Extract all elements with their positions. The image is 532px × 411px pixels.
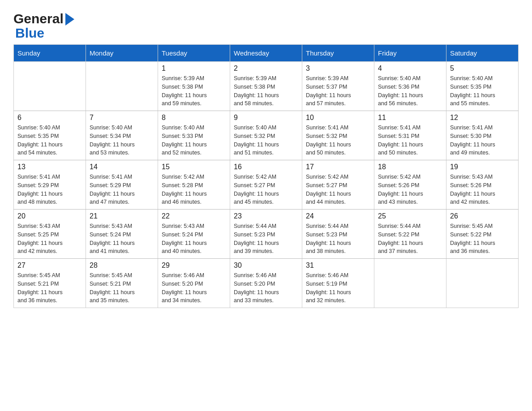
calendar-cell bbox=[374, 259, 446, 308]
day-number: 21 bbox=[90, 212, 154, 220]
weekday-header-wednesday: Wednesday bbox=[230, 45, 302, 62]
weekday-header-saturday: Saturday bbox=[446, 45, 519, 62]
calendar-cell: 29Sunrise: 5:46 AMSunset: 5:20 PMDayligh… bbox=[158, 259, 230, 308]
day-number: 4 bbox=[378, 64, 442, 73]
day-info: Sunrise: 5:41 AMSunset: 5:31 PMDaylight:… bbox=[378, 124, 442, 157]
calendar-cell: 18Sunrise: 5:42 AMSunset: 5:26 PMDayligh… bbox=[374, 160, 446, 210]
day-number: 17 bbox=[306, 163, 370, 171]
calendar-cell bbox=[86, 62, 158, 111]
day-number: 15 bbox=[162, 163, 226, 171]
day-number: 14 bbox=[90, 163, 154, 171]
weekday-header-sunday: Sunday bbox=[14, 45, 86, 62]
day-info: Sunrise: 5:45 AMSunset: 5:21 PMDaylight:… bbox=[90, 271, 154, 305]
calendar-cell: 16Sunrise: 5:42 AMSunset: 5:27 PMDayligh… bbox=[230, 160, 302, 210]
calendar-cell: 19Sunrise: 5:43 AMSunset: 5:26 PMDayligh… bbox=[446, 160, 519, 210]
day-number: 29 bbox=[162, 261, 226, 270]
day-info: Sunrise: 5:42 AMSunset: 5:27 PMDaylight:… bbox=[234, 173, 298, 206]
calendar-week-4: 20Sunrise: 5:43 AMSunset: 5:25 PMDayligh… bbox=[14, 210, 519, 259]
day-info: Sunrise: 5:44 AMSunset: 5:22 PMDaylight:… bbox=[378, 222, 442, 256]
calendar-week-1: 1Sunrise: 5:39 AMSunset: 5:38 PMDaylight… bbox=[14, 62, 519, 111]
logo-blue-row: Blue bbox=[13, 26, 44, 41]
calendar-cell: 9Sunrise: 5:40 AMSunset: 5:32 PMDaylight… bbox=[230, 111, 302, 160]
calendar-cell: 12Sunrise: 5:41 AMSunset: 5:30 PMDayligh… bbox=[446, 111, 519, 160]
weekday-header-tuesday: Tuesday bbox=[158, 45, 230, 62]
day-number: 7 bbox=[90, 114, 154, 122]
calendar-cell: 13Sunrise: 5:41 AMSunset: 5:29 PMDayligh… bbox=[14, 160, 86, 210]
calendar-cell: 20Sunrise: 5:43 AMSunset: 5:25 PMDayligh… bbox=[14, 210, 86, 259]
day-info: Sunrise: 5:42 AMSunset: 5:27 PMDaylight:… bbox=[306, 173, 370, 206]
calendar-week-3: 13Sunrise: 5:41 AMSunset: 5:29 PMDayligh… bbox=[14, 160, 519, 210]
calendar-cell: 2Sunrise: 5:39 AMSunset: 5:38 PMDaylight… bbox=[230, 62, 302, 111]
header-row: SundayMondayTuesdayWednesdayThursdayFrid… bbox=[14, 45, 519, 62]
calendar-cell bbox=[446, 259, 519, 308]
day-number: 10 bbox=[306, 114, 370, 122]
day-info: Sunrise: 5:43 AMSunset: 5:24 PMDaylight:… bbox=[90, 222, 154, 256]
calendar-cell bbox=[14, 62, 86, 111]
day-number: 2 bbox=[234, 64, 298, 73]
day-info: Sunrise: 5:45 AMSunset: 5:21 PMDaylight:… bbox=[17, 271, 82, 305]
calendar-week-5: 27Sunrise: 5:45 AMSunset: 5:21 PMDayligh… bbox=[14, 259, 519, 308]
day-number: 3 bbox=[306, 64, 370, 73]
day-number: 18 bbox=[378, 163, 442, 171]
day-info: Sunrise: 5:39 AMSunset: 5:38 PMDaylight:… bbox=[162, 74, 226, 108]
day-number: 20 bbox=[17, 212, 82, 220]
logo-general-text: General bbox=[13, 11, 64, 26]
weekday-header-thursday: Thursday bbox=[302, 45, 374, 62]
day-number: 11 bbox=[378, 114, 442, 122]
calendar-cell: 8Sunrise: 5:40 AMSunset: 5:33 PMDaylight… bbox=[158, 111, 230, 160]
day-number: 28 bbox=[90, 261, 154, 270]
day-info: Sunrise: 5:46 AMSunset: 5:19 PMDaylight:… bbox=[306, 271, 370, 305]
day-number: 27 bbox=[17, 261, 82, 270]
day-number: 8 bbox=[162, 114, 226, 122]
weekday-header-monday: Monday bbox=[86, 45, 158, 62]
weekday-header-friday: Friday bbox=[374, 45, 446, 62]
calendar-header: SundayMondayTuesdayWednesdayThursdayFrid… bbox=[14, 45, 519, 62]
header: General Blue bbox=[13, 9, 519, 41]
logo-blue-text: Blue bbox=[15, 26, 44, 40]
day-number: 23 bbox=[234, 212, 298, 220]
day-number: 25 bbox=[378, 212, 442, 220]
day-number: 26 bbox=[450, 212, 515, 220]
day-info: Sunrise: 5:43 AMSunset: 5:26 PMDaylight:… bbox=[450, 173, 515, 206]
calendar-table: SundayMondayTuesdayWednesdayThursdayFrid… bbox=[13, 44, 519, 308]
calendar-cell: 22Sunrise: 5:43 AMSunset: 5:24 PMDayligh… bbox=[158, 210, 230, 259]
day-info: Sunrise: 5:41 AMSunset: 5:29 PMDaylight:… bbox=[90, 173, 154, 206]
calendar-cell: 30Sunrise: 5:46 AMSunset: 5:20 PMDayligh… bbox=[230, 259, 302, 308]
day-number: 30 bbox=[234, 261, 298, 270]
day-number: 1 bbox=[162, 64, 226, 73]
day-info: Sunrise: 5:40 AMSunset: 5:35 PMDaylight:… bbox=[17, 124, 82, 157]
calendar-cell: 1Sunrise: 5:39 AMSunset: 5:38 PMDaylight… bbox=[158, 62, 230, 111]
logo: General Blue bbox=[13, 11, 74, 41]
day-info: Sunrise: 5:40 AMSunset: 5:33 PMDaylight:… bbox=[162, 124, 226, 157]
day-number: 31 bbox=[306, 261, 370, 270]
calendar-cell: 5Sunrise: 5:40 AMSunset: 5:35 PMDaylight… bbox=[446, 62, 519, 111]
calendar-cell: 4Sunrise: 5:40 AMSunset: 5:36 PMDaylight… bbox=[374, 62, 446, 111]
calendar-week-2: 6Sunrise: 5:40 AMSunset: 5:35 PMDaylight… bbox=[14, 111, 519, 160]
calendar-cell: 14Sunrise: 5:41 AMSunset: 5:29 PMDayligh… bbox=[86, 160, 158, 210]
day-info: Sunrise: 5:42 AMSunset: 5:28 PMDaylight:… bbox=[162, 173, 226, 206]
day-number: 9 bbox=[234, 114, 298, 122]
calendar-cell: 17Sunrise: 5:42 AMSunset: 5:27 PMDayligh… bbox=[302, 160, 374, 210]
calendar-cell: 28Sunrise: 5:45 AMSunset: 5:21 PMDayligh… bbox=[86, 259, 158, 308]
day-number: 19 bbox=[450, 163, 515, 171]
day-info: Sunrise: 5:46 AMSunset: 5:20 PMDaylight:… bbox=[162, 271, 226, 305]
day-info: Sunrise: 5:43 AMSunset: 5:24 PMDaylight:… bbox=[162, 222, 226, 256]
calendar-cell: 11Sunrise: 5:41 AMSunset: 5:31 PMDayligh… bbox=[374, 111, 446, 160]
calendar-cell: 3Sunrise: 5:39 AMSunset: 5:37 PMDaylight… bbox=[302, 62, 374, 111]
calendar-cell: 24Sunrise: 5:44 AMSunset: 5:23 PMDayligh… bbox=[302, 210, 374, 259]
calendar-cell: 23Sunrise: 5:44 AMSunset: 5:23 PMDayligh… bbox=[230, 210, 302, 259]
day-info: Sunrise: 5:45 AMSunset: 5:22 PMDaylight:… bbox=[450, 222, 515, 256]
day-info: Sunrise: 5:41 AMSunset: 5:29 PMDaylight:… bbox=[17, 173, 82, 206]
logo-row: General bbox=[13, 11, 74, 26]
calendar-cell: 10Sunrise: 5:41 AMSunset: 5:32 PMDayligh… bbox=[302, 111, 374, 160]
calendar-cell: 21Sunrise: 5:43 AMSunset: 5:24 PMDayligh… bbox=[86, 210, 158, 259]
day-info: Sunrise: 5:40 AMSunset: 5:35 PMDaylight:… bbox=[450, 74, 515, 108]
day-info: Sunrise: 5:39 AMSunset: 5:37 PMDaylight:… bbox=[306, 74, 370, 108]
day-info: Sunrise: 5:46 AMSunset: 5:20 PMDaylight:… bbox=[234, 271, 298, 305]
day-number: 6 bbox=[17, 114, 82, 122]
day-number: 13 bbox=[17, 163, 82, 171]
calendar-cell: 15Sunrise: 5:42 AMSunset: 5:28 PMDayligh… bbox=[158, 160, 230, 210]
day-number: 12 bbox=[450, 114, 515, 122]
logo-arrow-icon bbox=[65, 13, 74, 26]
day-info: Sunrise: 5:43 AMSunset: 5:25 PMDaylight:… bbox=[17, 222, 82, 256]
